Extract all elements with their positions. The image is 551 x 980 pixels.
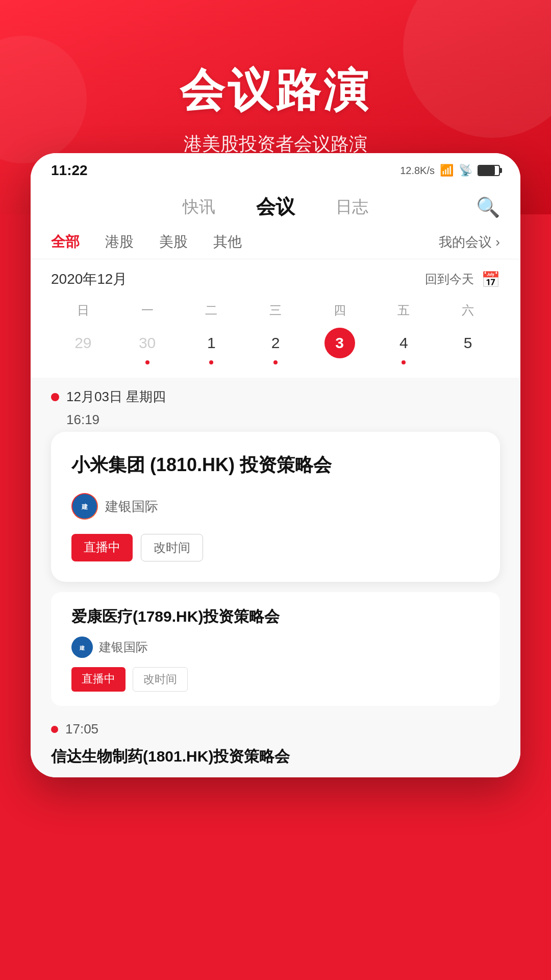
org-logo-1: 建 bbox=[71, 493, 98, 520]
cat-us[interactable]: 美股 bbox=[159, 232, 188, 252]
hero-subtitle: 港美股投资者会议路演 打破投资者与上市公司交流壁垒 bbox=[147, 130, 404, 185]
category-filter: 全部 港股 美股 其他 我的会议 › bbox=[31, 225, 520, 259]
tab-meeting[interactable]: 会议 bbox=[236, 194, 315, 220]
signal-icon: 📶 bbox=[440, 164, 454, 177]
event-date-header: 12月03日 星期四 bbox=[51, 388, 500, 406]
day-1[interactable]: 1 bbox=[179, 323, 243, 368]
small-badge-live-2[interactable]: 直播中 bbox=[71, 667, 126, 692]
small-card-2[interactable]: 爱康医疗(1789.HK)投资策略会 建 建银国际 直播中 改时间 bbox=[51, 592, 500, 706]
org-row-1: 建 建银国际 bbox=[71, 493, 480, 520]
day-num-3: 3 bbox=[324, 328, 355, 358]
day-num-1: 1 bbox=[196, 328, 227, 358]
cat-hk[interactable]: 港股 bbox=[105, 232, 134, 252]
day-header-tue: 二 bbox=[179, 298, 243, 323]
day-5[interactable]: 5 bbox=[436, 323, 500, 368]
day-2[interactable]: 2 bbox=[243, 323, 308, 368]
status-icons: 12.8K/s 📶 📡 bbox=[400, 164, 500, 177]
featured-card-title: 小米集团 (1810.HK) 投资策略会 bbox=[71, 452, 480, 478]
hero-title: 会议路演 bbox=[180, 60, 371, 121]
day-30[interactable]: 30 bbox=[115, 323, 180, 368]
day-3-today[interactable]: 3 bbox=[308, 323, 372, 368]
today-button[interactable]: 回到今天 bbox=[425, 271, 474, 287]
day-header-mon: 一 bbox=[115, 298, 180, 323]
featured-card-1[interactable]: 小米集团 (1810.HK) 投资策略会 建 建银国际 直播中 改时间 bbox=[51, 432, 500, 582]
event-time-1: 16:19 bbox=[51, 412, 500, 428]
small-badge-row-2: 直播中 改时间 bbox=[71, 667, 480, 692]
small-badge-reschedule-2[interactable]: 改时间 bbox=[133, 667, 188, 692]
day-dot-4 bbox=[402, 360, 406, 364]
day-dot-1 bbox=[209, 360, 213, 364]
time-label-2: 17:05 bbox=[51, 714, 500, 741]
nav-tabs: 快讯 会议 日志 🔍 bbox=[31, 184, 520, 225]
day-dot-30 bbox=[145, 360, 149, 364]
org-name-1: 建银国际 bbox=[105, 498, 158, 516]
calendar-icon[interactable]: 📅 bbox=[481, 271, 500, 288]
day-header-wed: 三 bbox=[243, 298, 308, 323]
calendar-section: 2020年12月 回到今天 📅 日 一 二 三 四 五 六 29 30 bbox=[31, 259, 520, 378]
wifi-icon: 📡 bbox=[459, 164, 472, 177]
network-speed: 12.8K/s bbox=[400, 165, 435, 177]
event-date-text: 12月03日 星期四 bbox=[66, 388, 166, 406]
day-num-5: 5 bbox=[453, 328, 483, 358]
tab-diary[interactable]: 日志 bbox=[315, 196, 389, 218]
day-header-fri: 五 bbox=[372, 298, 436, 323]
status-time: 11:22 bbox=[51, 162, 88, 179]
day-header-sat: 六 bbox=[436, 298, 500, 323]
day-num-4: 4 bbox=[388, 328, 419, 358]
cat-other[interactable]: 其他 bbox=[213, 232, 242, 252]
time-text-2: 17:05 bbox=[65, 721, 98, 737]
calendar-grid: 日 一 二 三 四 五 六 29 30 1 2 bbox=[51, 298, 500, 368]
day-header-thu: 四 bbox=[308, 298, 372, 323]
badge-live-1[interactable]: 直播中 bbox=[71, 534, 133, 561]
day-header-sun: 日 bbox=[51, 298, 115, 323]
cat-all[interactable]: 全部 bbox=[51, 232, 80, 252]
badge-row-1: 直播中 改时间 bbox=[71, 534, 480, 561]
event-list: 12月03日 星期四 16:19 小米集团 (1810.HK) 投资策略会 建 … bbox=[31, 378, 520, 777]
phone-mockup: 11:22 12.8K/s 📶 📡 快讯 会议 日志 🔍 全部 港股 美股 其他… bbox=[31, 153, 520, 777]
small-org-row-2: 建 建银国际 bbox=[71, 636, 480, 658]
day-num-30: 30 bbox=[132, 328, 163, 358]
calendar-header: 2020年12月 回到今天 📅 bbox=[51, 270, 500, 289]
tab-news[interactable]: 快讯 bbox=[162, 196, 236, 218]
date-dot bbox=[51, 393, 59, 401]
battery-icon bbox=[478, 165, 500, 176]
svg-text:建: 建 bbox=[79, 645, 85, 651]
day-num-2: 2 bbox=[260, 328, 291, 358]
day-dot-2 bbox=[273, 360, 278, 364]
event-title-3[interactable]: 信达生物制药(1801.HK)投资策略会 bbox=[51, 741, 500, 767]
search-icon[interactable]: 🔍 bbox=[476, 196, 500, 218]
small-org-logo-2: 建 bbox=[71, 636, 93, 658]
calendar-controls: 回到今天 📅 bbox=[425, 271, 500, 288]
day-num-29: 29 bbox=[68, 328, 98, 358]
my-meeting-link[interactable]: 我的会议 › bbox=[439, 233, 500, 251]
day-4[interactable]: 4 bbox=[372, 323, 436, 368]
small-org-name-2: 建银国际 bbox=[99, 639, 148, 655]
calendar-month: 2020年12月 bbox=[51, 270, 127, 289]
small-card-title-2: 爱康医疗(1789.HK)投资策略会 bbox=[71, 606, 480, 627]
day-29[interactable]: 29 bbox=[51, 323, 115, 368]
svg-text:建: 建 bbox=[81, 503, 88, 510]
badge-reschedule-1[interactable]: 改时间 bbox=[141, 534, 203, 561]
time-dot-2 bbox=[51, 726, 58, 733]
